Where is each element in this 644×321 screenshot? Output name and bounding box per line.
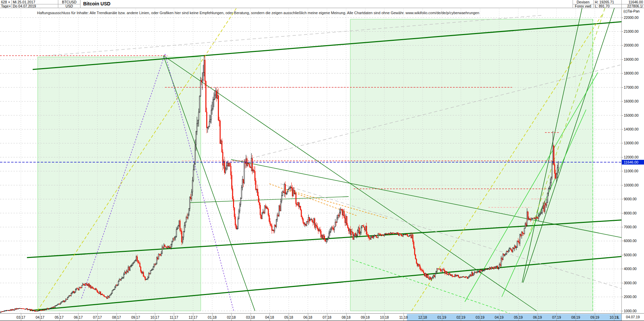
candle-body [46,309,46,310]
candle-body [382,235,383,235]
candle-body [65,299,66,301]
price-scale-label: 12000.00 [624,155,639,159]
candle-body [289,187,290,189]
candle-body [368,235,368,237]
candle-body [182,231,182,242]
candle-body [445,271,445,273]
candle-body [47,308,47,309]
candle-body [156,264,156,264]
candle-body [72,292,72,293]
candle-body [170,247,170,247]
price-scale-label: 22000.00 [624,16,639,20]
candle-body [109,295,110,297]
candle-body [177,228,178,229]
candle-body [541,212,542,213]
price-scale-label: 20000.00 [624,43,639,47]
candle-body [263,212,264,213]
candle-body [306,222,307,226]
candle-body [553,146,554,165]
candle-body [486,269,486,270]
candle-body [422,270,423,271]
candle-body [387,234,387,234]
bars-count-dropdown[interactable]: 628 ▼ [0,0,11,4]
month-label: 03.17 [17,315,25,319]
candle-body [302,217,302,219]
chevron-down-icon: ▼ [8,0,10,4]
candle-body [488,269,489,269]
candle-body [228,163,228,166]
price-scale-label: 1000.00 [624,309,637,313]
candle-body [2,311,3,312]
candle-body [238,211,239,219]
candle-body [350,229,351,235]
candle-body [299,206,300,206]
candle-body [276,220,277,227]
candle-body [393,233,393,233]
candle-body [528,218,529,220]
candle-body [193,170,194,180]
candle-body [417,263,418,266]
candle-body [93,288,94,289]
chart-area[interactable]: Haftungsausschluss für Inhalte: Alle Tre… [0,8,621,313]
candle-body [321,231,321,237]
price-scale-label: 7000.00 [624,225,637,229]
candle-body [342,209,343,215]
candle-body [189,197,190,209]
candle-body [388,234,389,234]
candle-body [32,311,33,311]
candle-body [108,296,109,297]
month-label: 03.19 [476,315,484,319]
candle-body [62,301,63,302]
candle-body [377,237,378,238]
candle-body [201,81,202,82]
candle-body [254,170,254,171]
candle-body [307,222,308,222]
candle-body [230,166,231,175]
candle-body [449,273,450,274]
candle-body [237,228,237,229]
candle-body [436,272,437,274]
candle-body [470,275,470,276]
candle-body [316,225,317,226]
candle-body [260,205,261,215]
candle-body [70,295,71,296]
candle-body [129,267,129,270]
candle-body [12,309,12,310]
candle-body [364,227,365,230]
candle-body [409,235,410,236]
candle-body [162,247,162,254]
candle-body [314,218,314,223]
candle-body [131,265,132,265]
candle-body [82,285,82,288]
candle-body [456,275,457,276]
candle-body [90,286,91,288]
candle-body [83,284,84,285]
candle-body [37,311,38,311]
candle-body [359,228,360,234]
candle-body [407,234,408,236]
candle-body [73,291,74,293]
candle-body [173,239,174,239]
candlestick-chart[interactable] [0,8,621,313]
candle-body [114,289,114,290]
candle-body [374,235,375,237]
candle-body [121,279,122,280]
month-label: 06.17 [74,315,83,319]
candle-body [318,229,319,231]
candle-body [149,273,149,277]
month-label: 03.18 [246,315,255,319]
header-bar: 628 ▼ Tage▼ Mi 25.01.2017 Do 04.07.2019 … [0,0,644,8]
candle-body [380,234,381,235]
candle-body [31,309,31,310]
candle-body [222,141,222,152]
candle-body [223,152,223,165]
candle-body [330,229,331,232]
candle-body [505,255,505,255]
candle-body [223,161,224,165]
period-dropdown[interactable]: Tage▼ [0,4,11,8]
candle-body [140,267,141,271]
candle-body [406,234,406,235]
candle-body [267,208,268,209]
candle-body [242,179,243,187]
header-row-divider [0,4,80,4]
